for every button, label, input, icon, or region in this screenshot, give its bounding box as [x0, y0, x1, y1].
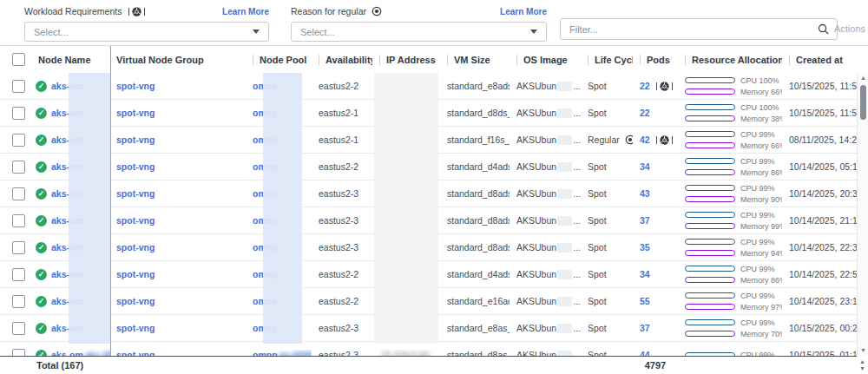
search-icon[interactable] [818, 23, 829, 35]
pods-count-link[interactable]: 34 [640, 161, 650, 172]
row-checkbox[interactable] [12, 161, 25, 174]
life-cycle-value: Spot [588, 81, 607, 91]
availability-zone-value: eastus2-3 [319, 188, 358, 199]
pods-count-link[interactable]: 22 [640, 81, 650, 91]
row-checkbox[interactable] [12, 349, 25, 357]
cpu-allocation-label: CPU 99% [740, 130, 775, 139]
redacted-os-image [557, 270, 572, 279]
scroll-up-icon[interactable]: ▲ [858, 74, 868, 82]
filter-input[interactable] [561, 24, 818, 35]
row-checkbox[interactable] [12, 241, 25, 254]
pods-count-link[interactable]: 22 [640, 108, 650, 118]
memory-allocation-bar [685, 142, 735, 148]
col-availability-zone[interactable]: Availability Zone [326, 55, 372, 65]
col-node-pool[interactable]: Node Pool [260, 55, 306, 65]
virtual-node-group-link[interactable]: spot-vng [116, 215, 155, 226]
os-image-value: AKSUbun [516, 135, 556, 145]
vm-size-value: standard_e16ad... [447, 296, 510, 306]
virtual-node-group-link[interactable]: spot-vng [116, 188, 155, 199]
actions-button[interactable]: Actions [834, 23, 865, 34]
workload-requirements-select[interactable]: Select... [24, 22, 269, 42]
scroll-down-icon[interactable]: ▼ [858, 346, 868, 355]
cpu-allocation-bar [685, 104, 735, 110]
memory-allocation-label: Memory 66% [740, 141, 782, 150]
row-checkbox[interactable] [12, 187, 25, 200]
col-life-cycle[interactable]: Life Cycle [595, 55, 633, 65]
node-name-link[interactable]: aks-om [51, 350, 83, 356]
scroll-up-icon[interactable]: ▲ [859, 358, 865, 364]
vm-size-value: standard_d4ads... [447, 269, 510, 279]
row-checkbox[interactable] [12, 134, 25, 147]
created-at-value: 10/14/2025, 22:3... [789, 242, 857, 253]
virtual-node-group-link[interactable]: spot-vng [116, 350, 155, 356]
chevron-down-icon [530, 30, 537, 34]
memory-allocation-bar [685, 331, 735, 337]
vm-size-value: standard_d8ds_v6 [447, 108, 510, 118]
os-image-value: AKSUbun [516, 188, 556, 199]
outer-scroll-arrows[interactable]: ▲ ▼ [857, 356, 868, 374]
scrollbar-thumb[interactable] [860, 85, 866, 120]
availability-zone-value: eastus2-3 [319, 242, 358, 253]
pods-count-link[interactable]: 35 [640, 242, 650, 253]
row-checkbox[interactable] [12, 322, 25, 335]
select-all-checkbox[interactable] [12, 53, 25, 66]
row-checkbox[interactable] [12, 107, 25, 120]
col-virtual-node-group[interactable]: Virtual Node Group [116, 55, 204, 65]
pods-count-link[interactable]: 55 [640, 296, 650, 306]
node-pool-link[interactable]: omnp [253, 350, 278, 356]
vertical-scrollbar[interactable]: ▲ ▼ [857, 73, 868, 356]
pods-count-link[interactable]: 43 [640, 188, 650, 199]
virtual-node-group-link[interactable]: spot-vng [116, 108, 155, 118]
workload-requirements-icon [126, 7, 148, 16]
pods-count-link[interactable]: 37 [640, 215, 650, 226]
col-vm-size[interactable]: VM Size [454, 55, 490, 65]
virtual-node-group-link[interactable]: spot-vng [116, 296, 155, 306]
row-checkbox[interactable] [12, 295, 25, 308]
redacted-os-image [557, 82, 572, 91]
table-row: ✓ aks-om aks-0000-0000 spot-vng omnpap-0… [0, 342, 857, 356]
col-created-at[interactable]: Created at [796, 55, 843, 65]
created-at-value: 08/11/2025, 14:2... [789, 135, 857, 145]
virtual-node-group-link[interactable]: spot-vng [116, 269, 155, 279]
cpu-allocation-label: CPU 99% [740, 265, 775, 273]
virtual-node-group-link[interactable]: spot-vng [116, 242, 155, 253]
memory-allocation-bar [685, 169, 735, 175]
reason-learn-more-link[interactable]: Learn More [500, 7, 547, 16]
col-resource-allocations[interactable]: Resource Allocations [692, 55, 782, 65]
target-icon [372, 6, 382, 16]
pods-count-link[interactable]: 37 [640, 323, 650, 333]
virtual-node-group-link[interactable]: spot-vng [116, 161, 155, 172]
cpu-allocation-label: CPU 100% [740, 103, 779, 112]
virtual-node-group-link[interactable]: spot-vng [116, 135, 155, 145]
vm-size-value: standard_e8as_v4 [447, 323, 510, 333]
scroll-down-icon[interactable]: ▼ [859, 365, 865, 371]
table-footer: Total (167) 4797 [0, 356, 868, 374]
col-pods[interactable]: Pods [647, 55, 670, 65]
life-cycle-value: Spot [588, 188, 607, 199]
col-os-image[interactable]: OS Image [523, 55, 568, 65]
node-healthy-icon: ✓ [36, 215, 47, 226]
os-image-value: AKSUbun [516, 323, 556, 333]
row-checkbox[interactable] [12, 268, 25, 281]
os-image-suffix: ... [573, 135, 581, 145]
col-node-name[interactable]: Node Name [38, 55, 91, 65]
row-checkbox[interactable] [12, 214, 25, 227]
pods-rightsizing-icon [654, 82, 675, 91]
redacted-node-pool: ap-0000 [279, 350, 312, 356]
col-ip-address[interactable]: IP Address [386, 55, 436, 65]
reason-for-regular-select[interactable]: Select... [291, 22, 547, 42]
vm-size-value: standard_e8ads... [447, 81, 510, 91]
availability-zone-value: eastus2-2 [319, 296, 358, 306]
workload-learn-more-link[interactable]: Learn More [222, 7, 269, 16]
cpu-allocation-bar [685, 158, 735, 164]
vm-size-value: standard_d4ads... [447, 161, 510, 172]
frozen-column-divider [110, 46, 111, 374]
cpu-allocation-bar [685, 319, 735, 325]
pods-count-link[interactable]: 42 [640, 135, 650, 145]
pods-count-link[interactable]: 34 [640, 269, 650, 279]
pods-count-link[interactable]: 44 [640, 350, 650, 356]
virtual-node-group-link[interactable]: spot-vng [116, 81, 155, 91]
memory-allocation-bar [685, 196, 735, 202]
row-checkbox[interactable] [12, 80, 25, 93]
virtual-node-group-link[interactable]: spot-vng [116, 323, 155, 333]
